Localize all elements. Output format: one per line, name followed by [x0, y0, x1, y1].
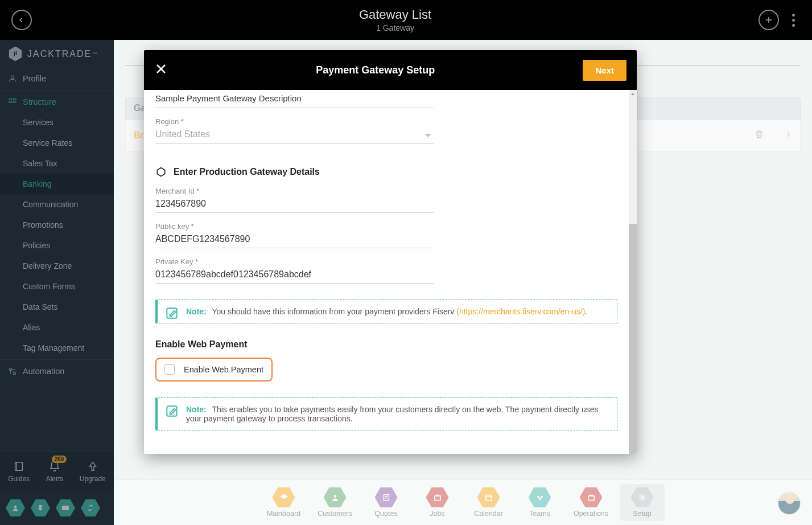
modal-title: Payment Gateway Setup	[168, 64, 583, 76]
note-text: You should have this information from yo…	[212, 307, 456, 316]
modal-header: Payment Gateway Setup Next	[144, 50, 637, 90]
note-text: This enables you to take payments easily…	[186, 405, 598, 423]
page-title-wrap: Gateway List 1 Gateway	[32, 7, 759, 32]
next-button[interactable]: Next	[583, 60, 626, 81]
description-value[interactable]: Sample Payment Gateway Description	[155, 90, 434, 108]
scrollbar-up-icon[interactable]	[629, 90, 637, 98]
merchant-id-input[interactable]: 1234567890	[155, 195, 434, 213]
region-label: Region	[155, 117, 434, 126]
public-key-label: Public key	[155, 222, 434, 231]
note-label: Note:	[186, 307, 207, 316]
modal-body: Sample Payment Gateway Description Regio…	[144, 90, 629, 454]
edit-icon	[164, 404, 179, 419]
private-key-label: Private Key	[155, 257, 434, 266]
add-button[interactable]	[759, 10, 779, 30]
private-key-input[interactable]: 0123456789abcdef0123456789abcdef	[155, 266, 434, 284]
modal-payment-gateway-setup: Payment Gateway Setup Next Sample Paymen…	[144, 50, 637, 454]
hexagon-icon	[155, 166, 167, 178]
public-key-input[interactable]: ABCDEFG1234567890	[155, 231, 434, 248]
enable-web-payment-highlight: Enable Web Payment	[155, 358, 273, 382]
note-label: Note:	[186, 405, 207, 414]
note-box-2: Note: This enables you to take payments …	[155, 397, 617, 430]
modal-backdrop-sidebar	[0, 40, 114, 525]
merchant-id-label: Merchant Id	[155, 187, 434, 195]
kebab-menu[interactable]	[785, 14, 802, 27]
back-button[interactable]	[11, 10, 32, 30]
note-link[interactable]: (https://merchants.fiserv.com/en-us/)	[456, 307, 585, 316]
page-title: Gateway List	[32, 7, 759, 22]
scrollbar-thumb[interactable]	[629, 224, 637, 454]
page-subtitle: 1 Gateway	[32, 23, 759, 32]
section-production-details: Enter Production Gateway Details	[155, 166, 617, 178]
enable-web-payment-label: Enable Web Payment	[184, 365, 263, 374]
svg-marker-30	[157, 168, 164, 177]
enable-web-payment-title: Enable Web Payment	[155, 339, 617, 350]
edit-icon	[164, 306, 179, 321]
topbar: Gateway List 1 Gateway	[0, 0, 812, 40]
enable-web-payment-checkbox[interactable]	[164, 364, 175, 375]
region-select[interactable]: United States	[155, 126, 434, 143]
note-box-1: Note: You should have this information f…	[155, 300, 617, 323]
close-icon[interactable]	[154, 62, 168, 78]
